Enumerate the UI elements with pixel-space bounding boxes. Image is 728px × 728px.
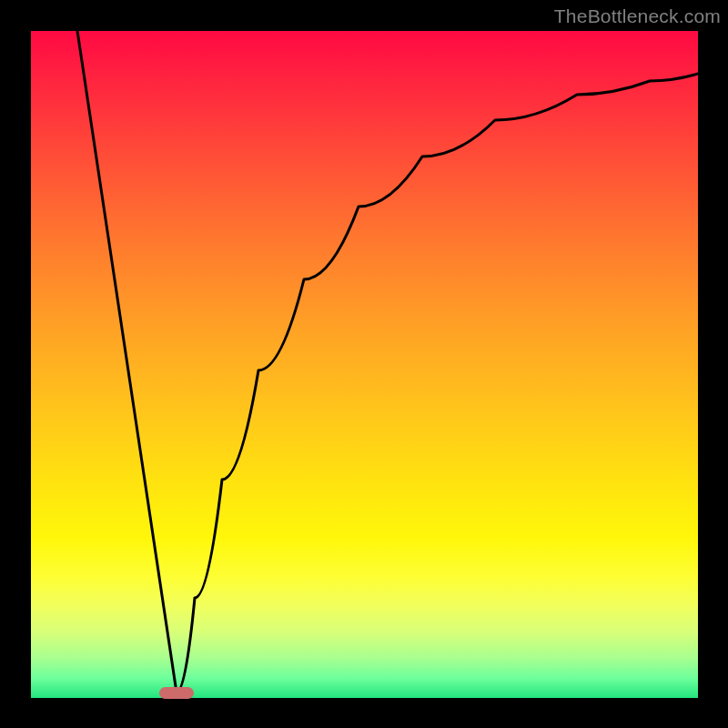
plot-area	[31, 31, 698, 698]
curve-path	[77, 31, 698, 693]
chart-container: TheBottleneck.com	[0, 0, 728, 728]
curve-svg	[31, 31, 698, 698]
watermark-text: TheBottleneck.com	[554, 5, 721, 27]
minimum-marker	[159, 687, 194, 699]
